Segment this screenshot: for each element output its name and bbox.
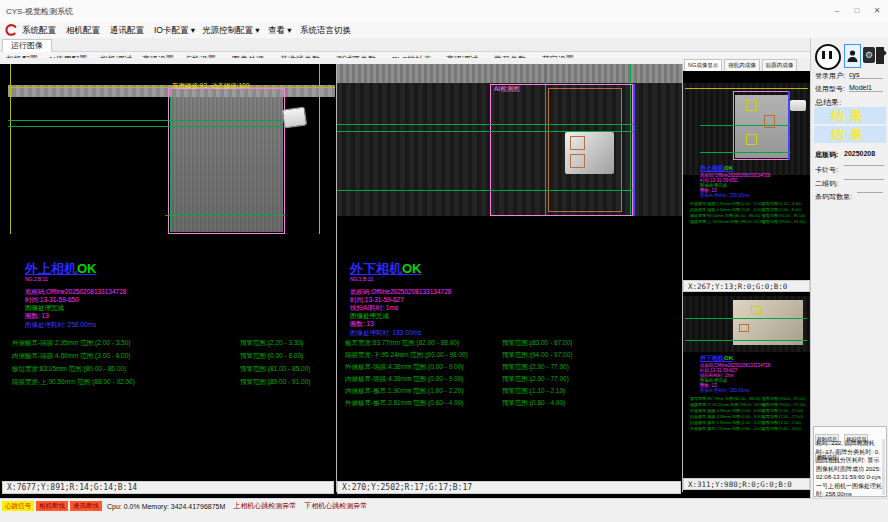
measurement-warn: 预警范围:(0.60 - 4.00) [502,399,565,408]
measurement-value: 内侧极耳-隔膜:4.60mm 范围:(3.00 - 6.00) [12,352,130,361]
app-logo-icon [4,23,18,37]
barcode-count-label: 条码写数量: [815,192,852,202]
overlay-green-line [170,97,171,232]
result-sub-text: NG:2,B:11 [25,276,48,282]
connector-blob [790,100,806,111]
coordinate-bar-mini-top: X:267;Y:13;R:0;G:0;B:0 [683,280,810,292]
pin-number-value [844,165,884,166]
measurement-warn: 预警范围:(2.00 - 77.00) [502,363,569,372]
overlay-green-line [8,126,285,127]
info-box: 耗时信息 线扫信息 面阵信息 耗时: 222, 面阵检测耗时: 17, 面阵分类… [813,426,887,497]
menubar: 系统配置 相机配置 通讯配置 IO卡配置 ▾ 光源控制配置 ▾ 查看 ▾ 系统语… [0,22,888,39]
board-code-value: 20250208 [844,150,875,157]
measurement-warn: 预警范围:(2.20 - 3.30) [240,339,303,348]
pause-button[interactable] [815,44,841,70]
side-panel: ⚙ 登录用户: cys 使用型号: Model1 总结果: 结果 结果 底板码:… [810,38,888,498]
measurement-value: 内侧极耳-极耳:1.90mm 范围:(1.00 - 2.20) [690,420,763,425]
measurement-value: 隔膜宽度-下:95.24mm 范围:(93.00 - 98.00) [690,402,766,407]
exit-button[interactable] [875,46,888,65]
menu-item-light-config[interactable]: 光源控制配置 ▾ [202,25,260,37]
measurement-value: 极组宽度:83.05mm 范围:(80.00 - 86.00) [690,213,760,218]
coordinate-bar-mini-bottom: X:311;Y:980;R:0;G:0;B:0 [683,478,810,490]
overlay-green-line [685,318,807,319]
ai-image-label: AI检测图 [494,85,520,94]
measurement-warn: 预警范围:(83.00 - 87.00) [502,339,572,348]
measurement-value: 外侧极耳-隔膜:4.38mm 范围:(0.00 - 9.00) [690,408,763,413]
pause-icon [829,51,832,59]
overlay-yellow-rect [746,100,757,111]
elapsed-line: 图像处理耗时: 183.00ms [700,388,749,393]
settings-button[interactable]: ⚙ [863,47,875,63]
elapsed-line: 图像处理耗时: 183.00ms [350,329,421,338]
comm-offline-badge: 通讯断线 [70,501,102,511]
overlay-green-line [8,120,285,121]
measurement-value: 内侧极耳-隔膜:4.38mm 范围:(0.00 - 9.00) [345,375,463,384]
camera-view-lower[interactable]: AI检测图 外下相机OK NG:2,B:10 底板码:Offline202502… [337,64,682,492]
mini-view-tabs: NG成像显示 相机内成像 轮廓内成像 [683,58,810,72]
overlay-pink-rect [168,88,285,234]
measurement-value: 隔膜宽度-上:90.56mm 范围:(88.00 - 92.00) [690,219,766,224]
measurement-value: 外侧极耳-隔膜:2.95mm 范围:(2.00 - 3.50) [690,201,763,206]
overlay-yellow-rect [751,306,761,314]
overlay-green-line [700,152,790,153]
result-ok-text: OK [724,355,733,361]
minimize-button[interactable]: – [828,4,846,18]
mini-view-bottom[interactable]: 外下相机OK 底板码:Offline20250208133134728 时间:1… [683,292,810,478]
camera-name: 外上相机 [700,165,724,171]
menu-item-system-config[interactable]: 系统配置 [22,25,56,37]
upper-camera-warning: 上相机心跳检测异常 [233,501,296,511]
camera-view-upper[interactable]: 灰度阈值:93, 动态阈值:100 外上相机OK NG:2,B:11 底板码:O… [0,64,336,492]
measurement-warn: 预警范围:(1.10 - 2.10) [502,387,565,396]
elapsed-line: 图像处理耗时: 258.00ms [25,321,96,330]
measurement-warn: 预警范围:(1.10 - 2.10) [762,420,801,425]
threshold-overlay-label: 灰度阈值:93, 动态阈值:100 [172,82,249,91]
user-button[interactable] [844,44,861,68]
tabstrip: 运行图像 [0,38,888,52]
menu-item-io-config[interactable]: IO卡配置 ▾ [154,25,195,37]
camera-name: 外下相机 [700,355,724,361]
measurement-warn: 预警范围:(94.00 - 97.00) [502,351,572,360]
overlay-green-line [685,340,807,341]
count-line: 圈数: 13 [25,312,49,321]
overlay-yellow-rect [746,134,757,145]
menu-item-camera-config[interactable]: 相机配置 [66,25,100,37]
measurement-value: 外侧极耳-极耳:2.61mm 范围:(0.60 - 4.00) [690,426,763,431]
coordinate-bar-mid: X:270;Y:2502;R:17;G:17;B:17 [337,481,681,494]
menu-item-view[interactable]: 查看 ▾ [268,25,292,37]
measurement-warn: 预警范围:(0.00 - 8.00) [240,352,303,361]
gear-icon: ⚙ [865,50,873,60]
tab-run-image[interactable]: 运行图像 [2,39,52,52]
overlay-yellow-line [319,64,320,234]
connector-blob [282,106,307,128]
overlay-green-line [700,125,790,126]
info-scrollbar[interactable] [882,439,885,495]
camera-name: 外上相机 [25,261,77,276]
camera-offline-badge: 相机断线 [36,501,68,511]
maximize-button[interactable]: □ [848,4,866,18]
overlay-blue-line [633,84,635,216]
measurement-value: 内侧极耳-隔膜:4.38mm 范围:(0.00 - 9.00) [690,414,763,419]
overlay-green-line [337,190,633,191]
user-icon [847,49,858,63]
lower-camera-warning: 下相机心跳检测异常 [304,501,367,511]
window-controls: – □ ✕ [828,4,886,18]
measurement-warn: 预警范围:(89.00 - 91.00) [240,378,310,387]
camera-name: 外下相机 [350,261,402,276]
measurement-value: 隔膜宽度-上:90.56mm 范围:(88.00 - 92.00) [12,378,135,387]
board-code-label: 底板码: [815,150,838,160]
overlay-green-line [337,124,633,125]
measurement-value: 外侧极耳-隔膜:4.38mm 范围:(0.00 - 9.00) [345,363,463,372]
menu-item-language[interactable]: 系统语言切换 [300,25,351,37]
main-camera-area: 灰度阈值:93, 动态阈值:100 外上相机OK NG:2,B:11 底板码:O… [0,58,810,498]
count-line: 圈数: 13 [350,320,374,329]
app-window: CYS-视觉检测系统 – □ ✕ 系统配置 相机配置 通讯配置 IO卡配置 ▾ … [0,0,888,522]
model-label: 使用型号: [815,84,845,94]
menu-item-comm-config[interactable]: 通讯配置 [110,25,144,37]
mini-view-top[interactable]: 外上相机OK 底板码:Offline20250208133134728 时间:1… [683,71,810,280]
close-button[interactable]: ✕ [868,4,886,18]
measurement-value: 内侧极耳-隔膜:4.60mm 范围:(3.00 - 6.00) [690,207,763,212]
overlay-orange-rect [764,115,775,128]
cpu-memory-text: Cpu: 0.0% Memory: 3424.41796875M [107,503,225,510]
measurement-warn: 预警范围:(81.00 - 85.00) [240,365,310,374]
overlay-orange-rect [739,324,749,332]
